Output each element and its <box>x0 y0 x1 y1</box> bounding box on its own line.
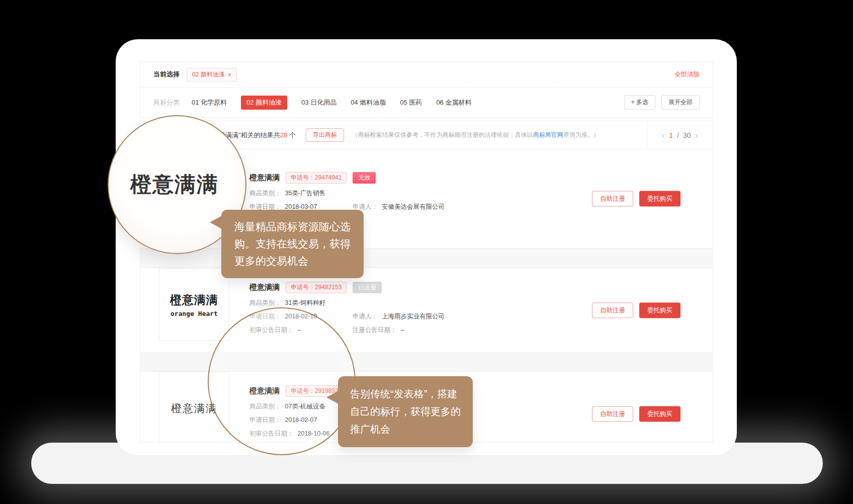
application-number-value: 29474941 <box>315 174 342 181</box>
tooltip-line: 推广机会 <box>350 421 461 438</box>
row-actions: 自助注册 委托购买 <box>592 406 680 422</box>
delegate-buy-button[interactable]: 委托购买 <box>639 191 680 207</box>
pagination: ‹ 1 / 30 › <box>647 121 713 149</box>
applicant-field: 申请人： 安徽美达会展有限公司 <box>353 203 445 211</box>
disclaimer-text: （商标检索结果仅供参考，不作为商标能否注册的法律依据；具体以商标局官网查询为准。… <box>352 131 600 139</box>
field-line: 商品类别： 31类-饲料种籽 <box>249 298 445 308</box>
reg-notice-field: 注册公告日期： – <box>353 326 404 334</box>
tooltip-arrow-icon <box>326 391 338 404</box>
trademark-image: 橙意满满 orange Heart <box>159 268 229 341</box>
category-row-label: 商标分类 <box>153 98 180 107</box>
tooltip-marketplace: 海量精品商标资源随心选 购。支持在线交易，获得 更多的交易机会 <box>221 210 364 278</box>
tooltip-line: 告别传统“发表格”，搭建 <box>350 385 461 403</box>
field-line: 商品类别： 35类-广告销售 <box>249 188 445 198</box>
row-actions: 自助注册 委托购买 <box>592 303 680 318</box>
selected-filter-tag-label: 02 颜料油漆 <box>192 70 225 79</box>
current-page: 1 <box>669 131 673 139</box>
field-value: 35类-广告销售 <box>285 189 326 198</box>
page-divider: / <box>677 131 679 139</box>
disclaimer-suffix: 查询为准。） <box>563 131 600 138</box>
status-badge: 已注册 <box>353 282 382 293</box>
self-register-button[interactable]: 自助注册 <box>592 191 633 207</box>
category-field: 商品类别： 31类-饲料种籽 <box>249 299 325 307</box>
tooltip-line: 购。支持在线交易，获得 <box>234 235 351 253</box>
self-register-button[interactable]: 自助注册 <box>592 406 633 422</box>
tooltip-line: 自己的标行，获得更多的 <box>350 403 461 421</box>
trademark-office-link[interactable]: 商标局官网 <box>533 131 563 138</box>
trademark-name[interactable]: 橙意满满 <box>249 173 280 183</box>
expand-all-button[interactable]: 展开全部 <box>661 95 700 110</box>
tooltip-line: 海量精品商标资源随心选 <box>234 218 351 235</box>
tooltip-promotion: 告别传统“发表格”，搭建 自己的标行，获得更多的 推广机会 <box>338 376 473 447</box>
field-value: 安徽美达会展有限公司 <box>382 203 445 211</box>
close-icon[interactable]: × <box>228 71 232 78</box>
category-item-04[interactable]: 04 燃料油脂 <box>351 98 386 107</box>
results-count: 28 <box>280 131 287 139</box>
field-value: 上海雨步实业有限公司 <box>382 312 445 321</box>
delegate-buy-button[interactable]: 委托购买 <box>639 303 680 318</box>
field-label: 商品类别： <box>249 299 281 307</box>
category-item-05[interactable]: 05 医药 <box>400 98 422 107</box>
tooltip-arrow-icon <box>210 216 222 229</box>
prev-page-icon[interactable]: ‹ <box>662 131 665 140</box>
trademark-image-text: 橙意满满 <box>171 401 217 415</box>
applicant-field: 申请人： 上海雨步实业有限公司 <box>353 312 445 321</box>
clear-all-button[interactable]: 全部清除 <box>674 70 700 79</box>
trademark-image-subtext: orange Heart <box>170 310 218 317</box>
application-number-label: 申请号： <box>291 174 315 181</box>
export-trademarks-button[interactable]: 导出商标 <box>306 128 344 142</box>
tooltip-line: 更多的交易机会 <box>234 253 351 270</box>
trademark-name[interactable]: 橙意满满 <box>249 283 280 292</box>
category-field: 商品类别： 35类-广告销售 <box>249 189 325 198</box>
result-title-line: 橙意满满 申请号：29474941 无效 <box>249 172 445 184</box>
category-item-02-selected[interactable]: 02 颜料油漆 <box>241 96 287 110</box>
total-pages: 30 <box>683 131 691 139</box>
screenshot-stage: 当前选择 02 颜料油漆 × 全部清除 商标分类 01 化学原料 02 颜料油漆… <box>0 0 853 504</box>
field-value: 31类-饲料种籽 <box>285 299 326 307</box>
filter-panel: 当前选择 02 颜料油漆 × 全部清除 商标分类 01 化学原料 02 颜料油漆… <box>140 61 713 118</box>
application-number-label: 申请号： <box>291 284 315 291</box>
magnifier-circle-bottom <box>208 307 356 455</box>
magnified-trademark-text: 橙意满满 <box>130 171 219 199</box>
field-label: 商品类别： <box>249 189 281 198</box>
category-item-06[interactable]: 06 金属材料 <box>436 98 471 107</box>
delegate-buy-button[interactable]: 委托购买 <box>639 406 680 422</box>
application-number-value: 29482153 <box>315 284 342 291</box>
current-selection-label: 当前选择 <box>153 70 180 79</box>
disclaimer-prefix: （商标检索结果仅供参考，不作为商标能否注册的法律依据；具体以 <box>352 131 533 138</box>
next-page-icon[interactable]: › <box>695 131 698 140</box>
row-actions: 自助注册 委托购买 <box>592 191 680 207</box>
field-value: 2018-03-07 <box>285 203 317 210</box>
category-item-03[interactable]: 03 日化用品 <box>301 98 336 107</box>
results-summary-suffix: 个 <box>287 131 296 139</box>
category-row: 商标分类 01 化学原料 02 颜料油漆 03 日化用品 04 燃料油脂 05 … <box>140 87 713 117</box>
field-label: 注册公告日期： <box>353 326 397 334</box>
status-badge: 无效 <box>353 172 376 184</box>
selected-filter-tag[interactable]: 02 颜料油漆 × <box>187 68 237 81</box>
self-register-button[interactable]: 自助注册 <box>592 303 633 318</box>
field-value: – <box>401 326 404 333</box>
result-title-line: 橙意满满 申请号：29482153 已注册 <box>249 281 445 293</box>
application-number-tag: 申请号：29474941 <box>286 172 347 184</box>
field-label: 申请人： <box>353 312 378 321</box>
multi-select-button[interactable]: + 多选 <box>624 95 655 110</box>
category-item-01[interactable]: 01 化学原料 <box>192 98 227 107</box>
current-selection-row: 当前选择 02 颜料油漆 × 全部清除 <box>140 62 713 87</box>
application-number-tag: 申请号：29482153 <box>286 282 347 293</box>
trademark-image-text: 橙意满满 <box>170 292 218 308</box>
